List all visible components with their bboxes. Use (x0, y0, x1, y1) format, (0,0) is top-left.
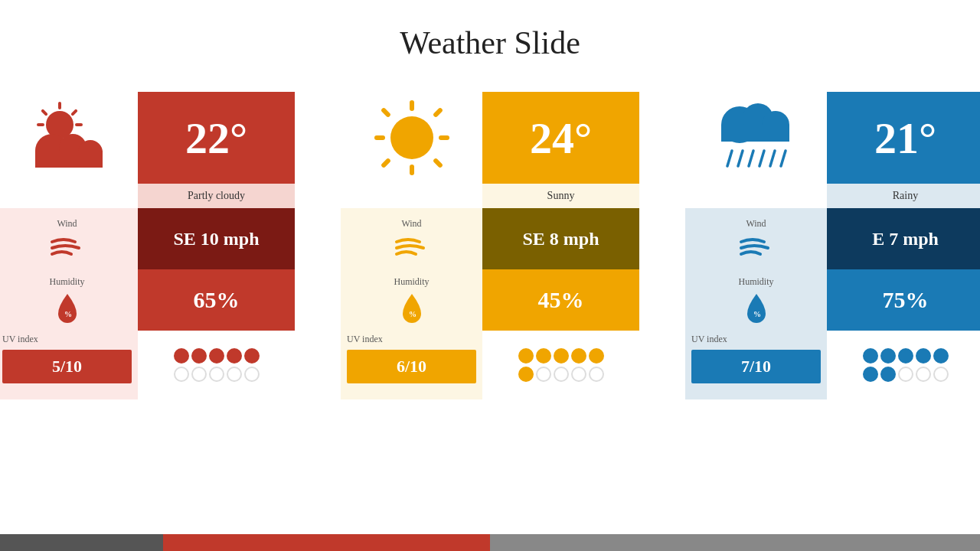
svg-point-15 (390, 116, 433, 159)
condition-red: Partly cloudy (138, 184, 295, 208)
humidity-left-red: Humidity % (0, 269, 138, 331)
uv-score-blue: 7/10 (691, 350, 821, 383)
svg-rect-22 (380, 158, 390, 168)
wind-label-orange: Wind (401, 218, 421, 230)
uv-dot (571, 367, 586, 382)
humidity-label-blue: Humidity (738, 276, 773, 288)
svg-line-33 (760, 151, 764, 166)
droplet-icon-blue: % (743, 291, 770, 324)
uv-dot (536, 348, 551, 364)
svg-rect-3 (37, 123, 44, 126)
svg-rect-18 (374, 135, 385, 140)
wind-left-red: Wind (0, 208, 138, 269)
uv-dot (209, 367, 224, 382)
svg-rect-29 (721, 125, 776, 142)
uv-dots-bottom-red (174, 367, 260, 382)
temp-orange: 24° (530, 112, 592, 164)
humidity-right-orange: 45% (482, 269, 639, 331)
temp-red: 22° (185, 112, 247, 164)
uv-dot (244, 348, 260, 364)
uv-dot (880, 367, 896, 382)
uv-dots-top-red (174, 348, 260, 364)
weather-icon-rainy (685, 92, 827, 184)
condition-blue: Rainy (827, 184, 980, 208)
humidity-left-orange: Humidity % (341, 269, 482, 331)
wind-left-orange: Wind (341, 208, 482, 269)
condition-left-red (0, 184, 138, 208)
uv-dot (589, 367, 604, 382)
uv-dot (518, 348, 534, 364)
uv-dot (554, 367, 569, 382)
uv-right-orange (482, 331, 639, 399)
condition-orange: Sunny (482, 184, 639, 208)
uv-right-blue (827, 331, 980, 399)
wind-right-orange: SE 8 mph (482, 208, 639, 269)
humidity-right-red: 65% (138, 269, 295, 331)
uv-dot (898, 348, 913, 364)
uv-label-red: UV index (2, 334, 38, 345)
svg-rect-23 (432, 158, 443, 168)
svg-rect-13 (35, 151, 90, 168)
humidity-left-blue: Humidity % (685, 269, 827, 331)
uv-dot (536, 367, 551, 382)
wind-icon-orange (393, 233, 431, 260)
weather-icon-partly-cloudy (0, 92, 138, 184)
uv-left-red: UV index 5/10 (0, 331, 138, 399)
uv-dot (227, 348, 242, 364)
svg-rect-1 (58, 102, 61, 109)
uv-dot (898, 367, 913, 382)
humidity-label-orange: Humidity (394, 276, 429, 288)
humidity-value-blue: 75% (883, 287, 929, 313)
uv-dots-top-blue (863, 348, 949, 364)
wind-value-orange: SE 8 mph (522, 229, 599, 249)
weather-card-red: 22° Partly cloudy Wind SE 10 mph Humidit (0, 92, 295, 399)
uv-dot (933, 367, 949, 382)
bottom-bar (0, 534, 980, 551)
uv-dots-bottom-orange (518, 367, 604, 382)
uv-dot (916, 348, 931, 364)
svg-line-30 (727, 151, 732, 166)
uv-left-orange: UV index 6/10 (341, 331, 482, 399)
svg-rect-21 (432, 107, 443, 118)
humidity-right-blue: 75% (827, 269, 980, 331)
uv-dot (916, 367, 931, 382)
uv-dot (880, 348, 896, 364)
weather-card-blue: 21° Rainy Wind E 7 mph Humidity (685, 92, 980, 399)
uv-dot (589, 348, 604, 364)
humidity-value-orange: 45% (538, 287, 584, 313)
uv-dot (244, 367, 260, 382)
humidity-value-red: 65% (194, 287, 240, 313)
uv-dots-top-orange (518, 348, 604, 364)
temp-blue: 21° (874, 112, 936, 164)
svg-rect-4 (75, 123, 83, 126)
wind-icon-red (48, 233, 87, 260)
condition-left-orange (341, 184, 482, 208)
wind-label-blue: Wind (746, 218, 766, 230)
temp-box-orange: 24° (482, 92, 639, 184)
weather-card-orange: 24° Sunny Wind SE 8 mph Humidity (341, 92, 639, 399)
uv-dots-bottom-blue (863, 367, 949, 382)
uv-dot (571, 348, 586, 364)
uv-dot (518, 367, 534, 382)
uv-dot (863, 367, 878, 382)
wind-value-blue: E 7 mph (872, 229, 939, 249)
uv-score-orange: 6/10 (347, 350, 476, 383)
uv-dot (933, 348, 949, 364)
droplet-icon-red: % (54, 291, 81, 324)
svg-line-35 (781, 151, 786, 166)
uv-dot (191, 367, 207, 382)
temp-box-blue: 21° (827, 92, 980, 184)
uv-dot (209, 348, 224, 364)
uv-score-red: 5/10 (2, 350, 132, 383)
weather-icon-sunny (341, 92, 482, 184)
wind-icon-blue (737, 233, 776, 260)
uv-dot (227, 367, 242, 382)
condition-left-blue (685, 184, 827, 208)
svg-rect-17 (410, 165, 414, 175)
bottom-seg-3 (490, 534, 980, 551)
uv-left-blue: UV index 7/10 (685, 331, 827, 399)
svg-rect-5 (41, 109, 48, 116)
uv-label-blue: UV index (691, 334, 727, 345)
svg-rect-19 (439, 135, 449, 140)
uv-dot (191, 348, 207, 364)
